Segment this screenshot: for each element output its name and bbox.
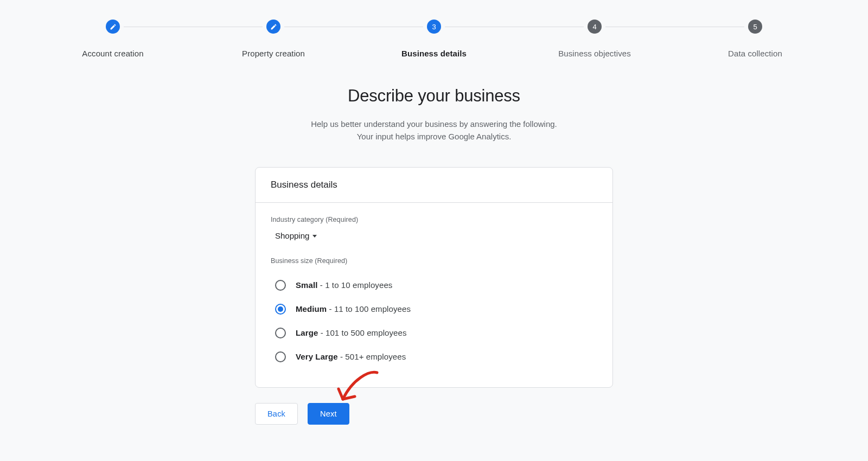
step-label: Business details <box>401 49 467 58</box>
business-size-label: Business size (Required) <box>271 257 597 265</box>
step-label: Data collection <box>728 49 782 58</box>
industry-category-select[interactable]: Shopping <box>275 231 317 240</box>
step-circle-2 <box>266 20 280 34</box>
radio-icon <box>275 280 286 291</box>
radio-label: Large - 101 to 500 employees <box>296 328 407 337</box>
page-subtitle: Help us better understand your business … <box>0 118 868 143</box>
chevron-down-icon <box>312 235 317 238</box>
card-body: Industry category (Required) Shopping Bu… <box>256 203 612 387</box>
step-circle-1 <box>106 20 120 34</box>
radio-label: Medium - 11 to 100 employees <box>296 304 411 313</box>
button-row: Back Next <box>255 403 613 425</box>
pencil-icon <box>270 23 277 30</box>
step-label: Account creation <box>82 49 143 58</box>
stepper: Account creation Property creation 3 Bus… <box>0 0 868 58</box>
business-size-radio-group: Small - 1 to 10 employees Medium - 11 to… <box>275 273 597 369</box>
radio-icon <box>275 304 286 315</box>
main-content: Describe your business Help us better un… <box>0 58 868 425</box>
page-title: Describe your business <box>0 86 868 106</box>
step-label: Business objectives <box>558 49 631 58</box>
step-business-objectives: 4 Business objectives <box>514 20 675 58</box>
step-property-creation[interactable]: Property creation <box>193 20 354 58</box>
industry-category-value: Shopping <box>275 231 309 240</box>
next-button[interactable]: Next <box>308 403 349 425</box>
card-header: Business details <box>256 168 612 203</box>
step-label: Property creation <box>242 49 305 58</box>
step-account-creation[interactable]: Account creation <box>33 20 193 58</box>
step-circle-3: 3 <box>427 20 441 34</box>
radio-very-large[interactable]: Very Large - 501+ employees <box>275 345 597 369</box>
radio-label: Small - 1 to 10 employees <box>296 280 392 290</box>
step-data-collection: 5 Data collection <box>675 20 835 58</box>
radio-label: Very Large - 501+ employees <box>296 352 406 361</box>
industry-category-label: Industry category (Required) <box>271 216 597 223</box>
radio-icon <box>275 351 286 362</box>
back-button[interactable]: Back <box>255 403 298 425</box>
radio-small[interactable]: Small - 1 to 10 employees <box>275 273 597 297</box>
step-circle-5: 5 <box>748 20 762 34</box>
step-business-details[interactable]: 3 Business details <box>354 20 514 58</box>
step-circle-4: 4 <box>588 20 602 34</box>
radio-medium[interactable]: Medium - 11 to 100 employees <box>275 297 597 321</box>
radio-large[interactable]: Large - 101 to 500 employees <box>275 321 597 345</box>
radio-icon <box>275 328 286 338</box>
pencil-icon <box>110 23 117 30</box>
business-details-card: Business details Industry category (Requ… <box>255 167 613 388</box>
